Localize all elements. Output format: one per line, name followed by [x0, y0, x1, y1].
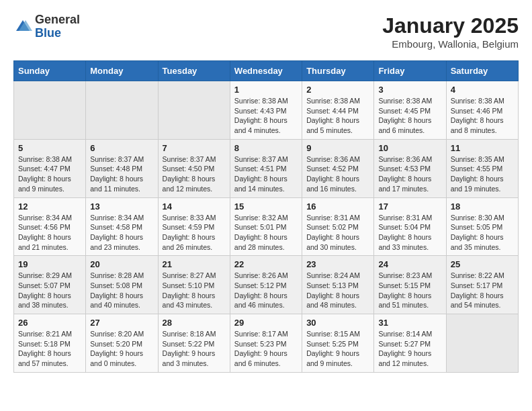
- day-number: 27: [90, 318, 153, 328]
- calendar-cell: 20Sunrise: 8:28 AM Sunset: 5:08 PM Dayli…: [86, 256, 158, 314]
- calendar-cell: 16Sunrise: 8:31 AM Sunset: 5:02 PM Dayli…: [302, 197, 374, 256]
- calendar-cell: 1Sunrise: 8:38 AM Sunset: 4:43 PM Daylig…: [230, 81, 302, 140]
- calendar-cell: 26Sunrise: 8:21 AM Sunset: 5:18 PM Dayli…: [14, 314, 86, 373]
- calendar-cell: [14, 81, 86, 140]
- day-number: 21: [163, 259, 226, 269]
- day-info: Sunrise: 8:28 AM Sunset: 5:08 PM Dayligh…: [90, 271, 153, 310]
- day-number: 23: [306, 259, 369, 269]
- calendar-week-row: 1Sunrise: 8:38 AM Sunset: 4:43 PM Daylig…: [14, 81, 519, 140]
- day-number: 9: [306, 143, 369, 153]
- day-info: Sunrise: 8:38 AM Sunset: 4:45 PM Dayligh…: [378, 96, 441, 136]
- day-number: 31: [378, 318, 441, 328]
- day-info: Sunrise: 8:30 AM Sunset: 5:05 PM Dayligh…: [451, 213, 514, 253]
- day-number: 14: [163, 201, 226, 212]
- calendar-cell: 28Sunrise: 8:18 AM Sunset: 5:22 PM Dayli…: [158, 314, 230, 373]
- day-number: 18: [451, 201, 514, 212]
- day-info: Sunrise: 8:37 AM Sunset: 4:48 PM Dayligh…: [90, 154, 153, 194]
- weekday-header: Sunday: [14, 61, 86, 81]
- day-number: 4: [451, 85, 514, 95]
- day-info: Sunrise: 8:36 AM Sunset: 4:53 PM Dayligh…: [378, 154, 441, 194]
- day-number: 22: [234, 259, 298, 269]
- day-info: Sunrise: 8:26 AM Sunset: 5:12 PM Dayligh…: [234, 271, 298, 310]
- calendar-cell: [86, 81, 158, 140]
- day-info: Sunrise: 8:33 AM Sunset: 4:59 PM Dayligh…: [163, 213, 226, 253]
- calendar-cell: 9Sunrise: 8:36 AM Sunset: 4:52 PM Daylig…: [302, 139, 374, 197]
- day-number: 1: [234, 85, 298, 95]
- calendar-cell: 30Sunrise: 8:15 AM Sunset: 5:25 PM Dayli…: [302, 314, 374, 373]
- day-number: 26: [18, 318, 81, 328]
- day-info: Sunrise: 8:32 AM Sunset: 5:01 PM Dayligh…: [234, 213, 298, 253]
- calendar-cell: 3Sunrise: 8:38 AM Sunset: 4:45 PM Daylig…: [374, 81, 446, 140]
- day-number: 30: [306, 318, 369, 328]
- day-number: 28: [163, 318, 226, 328]
- calendar-cell: 21Sunrise: 8:27 AM Sunset: 5:10 PM Dayli…: [158, 256, 230, 314]
- calendar-cell: 15Sunrise: 8:32 AM Sunset: 5:01 PM Dayli…: [230, 197, 302, 256]
- day-info: Sunrise: 8:27 AM Sunset: 5:10 PM Dayligh…: [163, 271, 226, 310]
- calendar-title: January 2025: [382, 13, 519, 38]
- calendar-cell: 12Sunrise: 8:34 AM Sunset: 4:56 PM Dayli…: [14, 197, 86, 256]
- calendar-cell: 22Sunrise: 8:26 AM Sunset: 5:12 PM Dayli…: [230, 256, 302, 314]
- calendar-cell: 7Sunrise: 8:37 AM Sunset: 4:50 PM Daylig…: [158, 139, 230, 197]
- day-number: 29: [234, 318, 298, 328]
- calendar-week-row: 12Sunrise: 8:34 AM Sunset: 4:56 PM Dayli…: [14, 197, 519, 256]
- day-info: Sunrise: 8:38 AM Sunset: 4:43 PM Dayligh…: [234, 96, 298, 136]
- day-number: 25: [451, 259, 514, 269]
- day-info: Sunrise: 8:31 AM Sunset: 5:02 PM Dayligh…: [306, 213, 369, 253]
- day-info: Sunrise: 8:34 AM Sunset: 4:56 PM Dayligh…: [18, 213, 81, 253]
- day-info: Sunrise: 8:38 AM Sunset: 4:47 PM Dayligh…: [18, 154, 81, 194]
- calendar-cell: 29Sunrise: 8:17 AM Sunset: 5:23 PM Dayli…: [230, 314, 302, 373]
- calendar-cell: [158, 81, 230, 140]
- calendar-cell: 25Sunrise: 8:22 AM Sunset: 5:17 PM Dayli…: [446, 256, 518, 314]
- day-info: Sunrise: 8:14 AM Sunset: 5:27 PM Dayligh…: [378, 329, 441, 369]
- calendar-table: SundayMondayTuesdayWednesdayThursdayFrid…: [13, 60, 519, 373]
- calendar-week-row: 5Sunrise: 8:38 AM Sunset: 4:47 PM Daylig…: [14, 139, 519, 197]
- day-info: Sunrise: 8:38 AM Sunset: 4:44 PM Dayligh…: [306, 96, 369, 136]
- calendar-cell: 14Sunrise: 8:33 AM Sunset: 4:59 PM Dayli…: [158, 197, 230, 256]
- day-number: 16: [306, 201, 369, 212]
- day-info: Sunrise: 8:22 AM Sunset: 5:17 PM Dayligh…: [451, 271, 514, 310]
- day-number: 3: [378, 85, 441, 95]
- day-info: Sunrise: 8:38 AM Sunset: 4:46 PM Dayligh…: [451, 96, 514, 136]
- day-info: Sunrise: 8:36 AM Sunset: 4:52 PM Dayligh…: [306, 154, 369, 194]
- title-block: January 2025 Embourg, Wallonia, Belgium: [382, 13, 519, 50]
- weekday-header-row: SundayMondayTuesdayWednesdayThursdayFrid…: [14, 61, 519, 81]
- calendar-cell: 27Sunrise: 8:20 AM Sunset: 5:20 PM Dayli…: [86, 314, 158, 373]
- weekday-header: Saturday: [446, 61, 518, 81]
- day-number: 8: [234, 143, 298, 153]
- calendar-cell: 10Sunrise: 8:36 AM Sunset: 4:53 PM Dayli…: [374, 139, 446, 197]
- day-number: 17: [378, 201, 441, 212]
- calendar-cell: 11Sunrise: 8:35 AM Sunset: 4:55 PM Dayli…: [446, 139, 518, 197]
- day-info: Sunrise: 8:37 AM Sunset: 4:50 PM Dayligh…: [163, 154, 226, 194]
- logo-general-text: General: [35, 13, 80, 26]
- calendar-week-row: 26Sunrise: 8:21 AM Sunset: 5:18 PM Dayli…: [14, 314, 519, 373]
- day-number: 2: [306, 85, 369, 95]
- day-number: 13: [90, 201, 153, 212]
- day-number: 11: [451, 143, 514, 153]
- logo-icon: [13, 17, 32, 36]
- calendar-cell: 2Sunrise: 8:38 AM Sunset: 4:44 PM Daylig…: [302, 81, 374, 140]
- day-number: 7: [163, 143, 226, 153]
- day-number: 15: [234, 201, 298, 212]
- logo-blue-text: Blue: [35, 26, 61, 40]
- day-info: Sunrise: 8:24 AM Sunset: 5:13 PM Dayligh…: [306, 271, 369, 310]
- day-number: 6: [90, 143, 153, 153]
- day-info: Sunrise: 8:29 AM Sunset: 5:07 PM Dayligh…: [18, 271, 81, 310]
- calendar-cell: 23Sunrise: 8:24 AM Sunset: 5:13 PM Dayli…: [302, 256, 374, 314]
- calendar-subtitle: Embourg, Wallonia, Belgium: [382, 38, 519, 50]
- day-info: Sunrise: 8:31 AM Sunset: 5:04 PM Dayligh…: [378, 213, 441, 253]
- calendar-cell: 4Sunrise: 8:38 AM Sunset: 4:46 PM Daylig…: [446, 81, 518, 140]
- day-number: 24: [378, 259, 441, 269]
- calendar-cell: 5Sunrise: 8:38 AM Sunset: 4:47 PM Daylig…: [14, 139, 86, 197]
- weekday-header: Monday: [86, 61, 158, 81]
- page-header: General Blue January 2025 Embourg, Wallo…: [13, 13, 519, 50]
- day-number: 5: [18, 143, 81, 153]
- calendar-cell: 31Sunrise: 8:14 AM Sunset: 5:27 PM Dayli…: [374, 314, 446, 373]
- calendar-week-row: 19Sunrise: 8:29 AM Sunset: 5:07 PM Dayli…: [14, 256, 519, 314]
- calendar-cell: 24Sunrise: 8:23 AM Sunset: 5:15 PM Dayli…: [374, 256, 446, 314]
- weekday-header: Friday: [374, 61, 446, 81]
- calendar-cell: 19Sunrise: 8:29 AM Sunset: 5:07 PM Dayli…: [14, 256, 86, 314]
- calendar-cell: 13Sunrise: 8:34 AM Sunset: 4:58 PM Dayli…: [86, 197, 158, 256]
- day-number: 10: [378, 143, 441, 153]
- day-number: 19: [18, 259, 81, 269]
- calendar-cell: 6Sunrise: 8:37 AM Sunset: 4:48 PM Daylig…: [86, 139, 158, 197]
